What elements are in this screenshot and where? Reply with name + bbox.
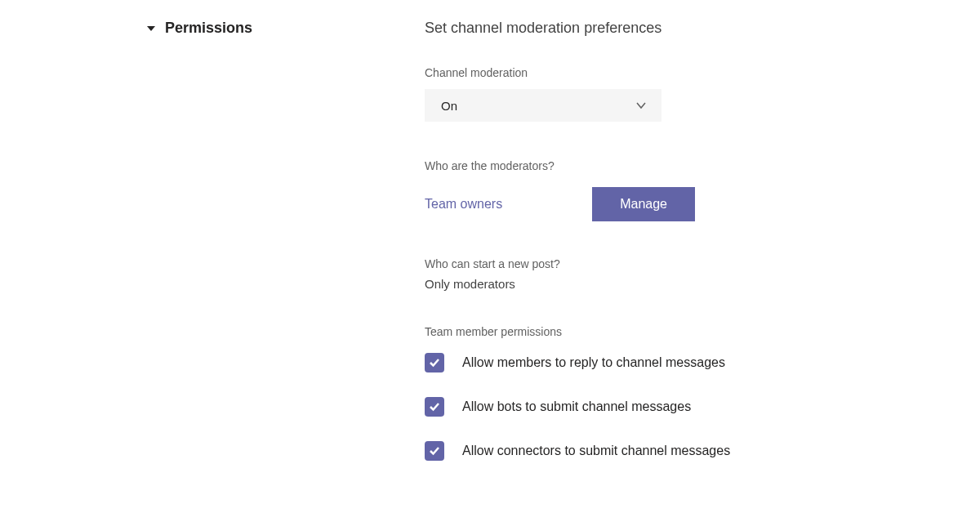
new-post-label: Who can start a new post? <box>425 257 947 270</box>
permission-row-bots: Allow bots to submit channel messages <box>425 397 947 417</box>
checkbox-label: Allow bots to submit channel messages <box>462 399 691 414</box>
checkbox-allow-reply[interactable] <box>425 353 444 372</box>
checkbox-allow-connectors[interactable] <box>425 441 444 461</box>
checkbox-label: Allow members to reply to channel messag… <box>462 355 725 370</box>
permission-row-reply: Allow members to reply to channel messag… <box>425 353 947 372</box>
moderators-link[interactable]: Team owners <box>425 197 502 212</box>
section-title: Permissions <box>165 20 252 37</box>
member-permissions-label: Team member permissions <box>425 325 947 338</box>
new-post-value: Only moderators <box>425 277 947 291</box>
moderation-label: Channel moderation <box>425 66 947 79</box>
chevron-down-icon <box>635 100 647 111</box>
moderation-dropdown[interactable]: On <box>425 89 662 122</box>
moderation-value: On <box>441 99 457 113</box>
moderators-label: Who are the moderators? <box>425 159 947 172</box>
section-subtitle: Set channel moderation preferences <box>425 20 947 37</box>
caret-down-icon <box>147 26 155 31</box>
checkbox-label: Allow connectors to submit channel messa… <box>462 444 730 458</box>
permissions-section-toggle[interactable]: Permissions <box>147 20 425 37</box>
permission-row-connectors: Allow connectors to submit channel messa… <box>425 441 947 461</box>
checkbox-allow-bots[interactable] <box>425 397 444 417</box>
manage-button[interactable]: Manage <box>592 187 695 221</box>
